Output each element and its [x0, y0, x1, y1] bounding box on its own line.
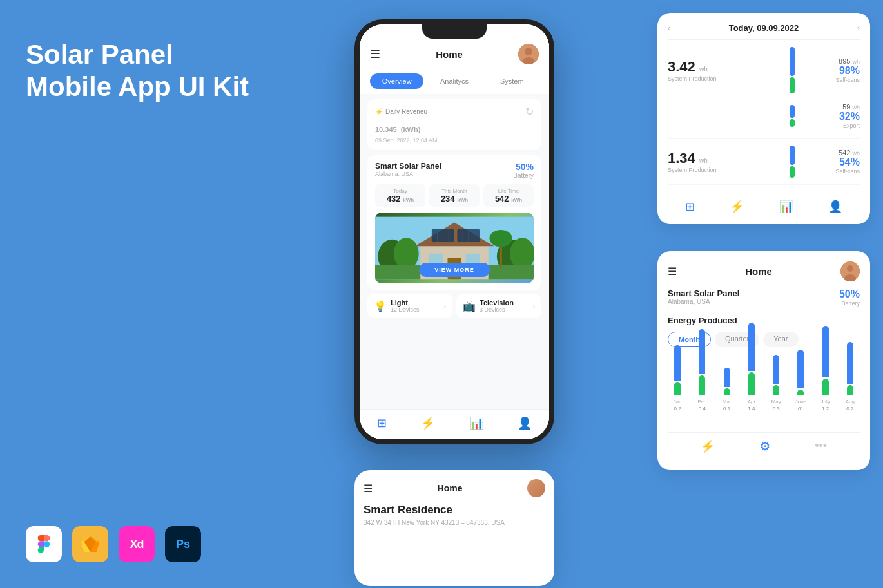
revenue-card: ⚡ Daily Reveneu ↻ 10.345 (kWh) 09 Sep, 2… [367, 99, 541, 150]
analytics-pct-2: 32% [808, 111, 860, 122]
analytics-value-3: 1.34 wh [668, 150, 776, 167]
phone-bottom-nav: ⊞ ⚡ 📊 👤 [360, 409, 549, 439]
chart-col-june: June 01 [791, 350, 810, 412]
profile-bottom-icon[interactable]: 👤 [828, 200, 842, 214]
analytics-row-1: 3.42 wh System Production 895 wh 98% Sel… [668, 48, 860, 93]
figma-icon [26, 526, 62, 562]
stats-row: Today 432 kWh This Month 234 kWh Life Ti… [375, 184, 534, 207]
next-date-button[interactable]: › [857, 24, 860, 33]
analytics-chart-2 [776, 100, 808, 132]
tab-year[interactable]: Year [763, 332, 798, 347]
chart-bars: Jan 0.2 Feb 0.4 Mar 0.1 Apr [668, 356, 860, 414]
xd-icon: Xd [119, 526, 155, 562]
svg-point-31 [847, 265, 853, 272]
analytics-pct-1: 98% [808, 65, 860, 77]
chart-col-may: May 0.3 [766, 355, 786, 412]
solar-location: Alabama, USA [375, 171, 442, 177]
energy-section-title: Energy Produced [668, 316, 860, 325]
home-solar-info: Smart Solar Panel Alabama, USA 50% Batte… [668, 289, 860, 307]
home-avatar [840, 261, 860, 281]
bottom-phone-header: ☰ Home [364, 479, 545, 497]
chart-col-july: July 1.2 [816, 326, 835, 412]
solar-battery: 50% Battery [513, 162, 534, 179]
bar-chart-icon[interactable]: 📊 [779, 200, 793, 214]
chart-col-jan: Jan 0.2 [668, 345, 687, 412]
ps-icon: Ps [165, 526, 201, 562]
chevron-right-icon-tv: › [533, 303, 535, 310]
solar-title: Smart Solar Panel [375, 162, 442, 171]
device-light[interactable]: 💡 Light 12 Devices › [367, 294, 452, 318]
svg-point-11 [394, 238, 419, 269]
dots-icon-bottom[interactable]: ••• [815, 439, 827, 453]
analytics-date: Today, 09.09.2022 [729, 23, 799, 33]
analytics-bottom-nav: ⊞ ⚡ 📊 👤 [668, 193, 860, 214]
phone-screen: ☰ Home Overview Analitycs System [360, 24, 549, 439]
chart-col-mar: Mar 0.1 [717, 368, 737, 412]
home-menu-icon[interactable]: ☰ [668, 265, 677, 278]
tool-icons-row: Xd Ps [26, 526, 201, 562]
tab-overview[interactable]: Overview [370, 73, 423, 89]
page-title: Solar Panel Mobile App UI Kit [26, 39, 249, 104]
svg-point-29 [489, 230, 512, 247]
revenue-amount: 10.345 (kWh) [375, 119, 534, 136]
bottom-phone: ☰ Home Smart Residence 342 W 34TH New Yo… [354, 470, 554, 586]
home-panel-header: ☰ Home [668, 261, 860, 281]
chart-col-feb: Feb 0.4 [692, 329, 712, 412]
chart-col-apr: Apr 1.4 [742, 323, 761, 412]
home-panel-bottom-nav: ⚡ ⚙ ••• [668, 432, 860, 460]
analytics-value-1: 3.42 wh [668, 59, 776, 75]
svg-point-7 [525, 48, 532, 55]
title-line2: Mobile App UI Kit [26, 71, 249, 103]
lightning-bottom-icon[interactable]: ⚡ [730, 200, 744, 214]
revenue-label: ⚡ Daily Reveneu ↻ [375, 106, 534, 118]
tab-analitycs[interactable]: Analitycs [427, 73, 481, 89]
tab-system[interactable]: System [485, 73, 539, 89]
chart-col-aug: Aug 0.2 [840, 342, 860, 412]
analytics-row-2: 59 wh 32% Export [668, 93, 860, 139]
analytics-chart-1 [776, 54, 808, 86]
device-television[interactable]: 📺 Television 3 Devices › [456, 294, 541, 318]
home-nav-icon[interactable]: ⊞ [377, 416, 387, 430]
user-avatar [518, 44, 539, 64]
main-phone: ☰ Home Overview Analitycs System [354, 19, 554, 451]
stat-today: Today 432 kWh [375, 184, 425, 207]
analytics-chart-3 [776, 146, 808, 178]
prev-date-button[interactable]: ‹ [668, 24, 670, 33]
residence-title: Smart Residence [364, 504, 545, 517]
analytics-pct-3: 54% [808, 156, 860, 168]
refresh-icon[interactable]: ↻ [525, 106, 534, 118]
stat-month: This Month 234 kWh [429, 184, 480, 207]
view-more-button[interactable]: VIEW MORE [419, 263, 490, 277]
phone-tabs: Overview Analitycs System [360, 70, 549, 94]
home-energy-panel: ☰ Home Smart Solar Panel Alabama, USA 50… [657, 251, 870, 470]
chart-nav-icon[interactable]: 📊 [469, 416, 483, 430]
phone-notch [422, 24, 487, 39]
analytics-header: ‹ Today, 09.09.2022 › [668, 23, 860, 40]
lightning-nav-icon[interactable]: ⚡ [421, 416, 435, 430]
light-icon: 💡 [374, 300, 387, 312]
tv-icon: 📺 [463, 300, 476, 312]
grid-nav-icon[interactable]: ⊞ [685, 200, 695, 214]
svg-point-13 [510, 238, 534, 269]
sketch-icon [72, 526, 108, 562]
residence-address: 342 W 34TH New York NY 43213 – 847363, U… [364, 519, 545, 526]
menu-icon[interactable]: ☰ [370, 47, 380, 61]
solar-card: Smart Solar Panel Alabama, USA 50% Batte… [367, 155, 541, 290]
phone-home-title: Home [436, 49, 463, 60]
home-panel-title: Home [745, 266, 772, 277]
analytics-row-3: 1.34 wh System Production 542 wh 54% Sel… [668, 139, 860, 185]
bottom-menu-icon[interactable]: ☰ [364, 482, 373, 495]
bottom-phone-title: Home [438, 483, 463, 493]
chevron-right-icon: › [444, 303, 446, 310]
analytics-panel: ‹ Today, 09.09.2022 › 3.42 wh System Pro… [657, 13, 870, 224]
solar-house-image: VIEW MORE [375, 213, 534, 283]
lightning-icon-bottom[interactable]: ⚡ [701, 439, 715, 453]
devices-row: 💡 Light 12 Devices › 📺 Television 3 Devi… [367, 294, 541, 318]
profile-nav-icon[interactable]: 👤 [518, 416, 532, 430]
revenue-date: 09 Sep, 2022, 12:04 AM [375, 137, 534, 144]
phone-frame: ☰ Home Overview Analitycs System [354, 19, 554, 444]
bottom-avatar [527, 479, 545, 497]
title-line1: Solar Panel [26, 39, 249, 71]
settings-icon-bottom[interactable]: ⚙ [760, 439, 770, 453]
energy-chart: Jan 0.2 Feb 0.4 Mar 0.1 Apr [668, 356, 860, 427]
